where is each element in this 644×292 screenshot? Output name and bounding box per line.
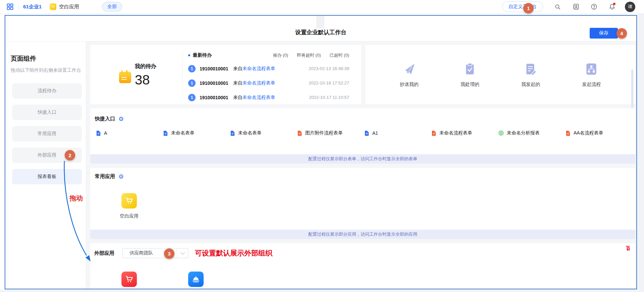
external-apps-card: 外部应用 供应商团队 3 可设置默认展示外部组织 xyxy=(90,243,635,289)
clipped-annotation-fragment: 可 xyxy=(626,244,630,253)
flow-entries-card: 抄送我的 我处理的 xyxy=(365,45,635,104)
external-app-tile-blue[interactable] xyxy=(188,272,204,287)
todo-count: 38 xyxy=(135,72,150,87)
user-avatar[interactable]: 谭 xyxy=(625,2,635,12)
sidebar-item-common-apps[interactable]: 常用应用 xyxy=(12,126,82,141)
apps-notice-bar: 配置过程仅展示部分应用，访问工作台时显示全部的应用 xyxy=(90,230,635,239)
item-source: 来自未命名流程表单 xyxy=(233,66,275,72)
form-doc-icon xyxy=(96,130,101,136)
top-bar: 61企业1 空白应用 全部 自定义工作台 1 谭 xyxy=(0,0,644,14)
drag-hint-label: 拖动 xyxy=(69,194,83,203)
company-name[interactable]: 61企业1 xyxy=(23,4,42,10)
tab-urge[interactable]: 催办 (0) xyxy=(273,52,288,58)
top-handle xyxy=(316,16,324,28)
common-apps-title: 常用应用 xyxy=(95,173,115,180)
annotation-badge-4: 4 xyxy=(616,28,627,39)
selected-org: 供应商团队 xyxy=(123,250,153,256)
entry-start-process[interactable]: 发起流程 xyxy=(582,62,601,87)
shortcut-form[interactable]: 未命名表单 xyxy=(230,130,297,136)
todo-calendar-icon xyxy=(119,72,131,83)
report-target-icon xyxy=(498,130,504,136)
external-org-select[interactable]: 供应商团队 3 xyxy=(122,248,188,258)
shortcut-form[interactable]: 未命名表单 xyxy=(163,130,230,136)
workbench-config-panel: 设置企业默认工作台 保存 4 页面组件 拖动以下组件到右侧来设置工作台 流程待办… xyxy=(5,15,637,289)
divider xyxy=(18,4,18,9)
process-doc-icon xyxy=(297,130,302,136)
annotation-badge-3: 3 xyxy=(164,248,174,259)
page-margin xyxy=(637,14,644,292)
entry-started-by-me[interactable]: 我发起的 xyxy=(521,62,540,87)
cart-icon xyxy=(125,196,133,205)
sidebar-item-quick-entry[interactable]: 快捷入口 xyxy=(12,105,82,120)
item-form-link[interactable]: 未命名流程表单 xyxy=(243,80,275,85)
apps-grid-icon[interactable] xyxy=(7,3,13,10)
page-title: 设置企业默认工作台 xyxy=(5,28,636,36)
sidebar-item-external-apps[interactable]: 外部应用 2 xyxy=(12,148,82,163)
process-doc-icon xyxy=(431,130,436,136)
gear-icon[interactable]: ⚙ xyxy=(118,174,124,180)
shortcut-label: 未命名流程表单 xyxy=(439,130,472,136)
save-button[interactable]: 保存 xyxy=(590,28,618,39)
shortcut-report[interactable]: 未命名分析报表 xyxy=(498,130,566,136)
chevron-down-icon xyxy=(177,248,188,258)
item-source: 来自未命名流程表单 xyxy=(233,80,275,86)
sidebar-item-process-todo[interactable]: 流程待办 xyxy=(12,83,82,99)
entry-cc-to-me[interactable]: 抄送我的 xyxy=(400,62,419,87)
shortcut-form[interactable]: A xyxy=(96,130,163,136)
gear-icon[interactable]: ⚙ xyxy=(118,116,124,122)
common-apps-card: 常用应用 ⚙ 空白应用 配置过程仅展示部分应用，访问工作台时显示全部的应用 xyxy=(90,168,635,239)
entry-label: 抄送我的 xyxy=(400,81,419,87)
shortcut-label: 图片附件流程表单 xyxy=(305,130,343,136)
todo-list-item[interactable]: 1 19100010001 来自未命名流程表单 2023-02-13 16:48… xyxy=(188,64,349,73)
workbench-preview: 我的待办 38 最新待办 催办 (0) 即将超时 (0) 已超时 (0) xyxy=(86,42,636,289)
item-time: 2023-02-13 16:48:39 xyxy=(309,66,349,71)
scrollbar-thumb[interactable] xyxy=(631,69,633,108)
sidebar-title: 页面组件 xyxy=(11,54,81,63)
item-time: 2022-10-17 11:10:57 xyxy=(309,95,349,100)
sidebar-item-label: 常用应用 xyxy=(38,131,56,137)
item-count-avatar: 1 xyxy=(188,79,196,87)
item-source-prefix: 来自 xyxy=(233,66,243,71)
tab-about-to-timeout[interactable]: 即将超时 (0) xyxy=(297,52,321,58)
form-doc-icon xyxy=(230,130,235,136)
item-form-link[interactable]: 未命名流程表单 xyxy=(243,95,275,100)
external-app-tile-red[interactable] xyxy=(121,272,137,287)
sidebar-item-report-board[interactable]: 报表看板 xyxy=(12,169,82,184)
bullet-dot xyxy=(188,54,190,56)
item-form-link[interactable]: 未命名流程表单 xyxy=(243,66,275,71)
customize-workbench-button[interactable]: 自定义工作台 1 xyxy=(502,1,543,12)
tab-timed-out[interactable]: 已超时 (0) xyxy=(330,52,350,58)
shortcut-process-form[interactable]: 未命名流程表单 xyxy=(431,130,498,136)
scope-pill-all[interactable]: 全部 xyxy=(102,2,122,11)
entry-handled-by-me[interactable]: 我处理的 xyxy=(461,62,479,87)
entry-label: 发起流程 xyxy=(582,81,601,87)
shortcut-label: AA名流程表单 xyxy=(574,130,603,136)
external-apps-title: 外部应用 xyxy=(94,250,114,256)
contacts-icon[interactable] xyxy=(572,3,579,10)
shortcut-process-form[interactable]: AA名流程表单 xyxy=(566,130,633,136)
panel-header: 设置企业默认工作台 保存 4 xyxy=(5,16,636,42)
food-cloche-icon xyxy=(192,275,200,284)
shortcut-label: A1 xyxy=(372,130,378,136)
shortcut-label: 未命名表单 xyxy=(238,130,262,136)
item-source-prefix: 来自 xyxy=(233,95,243,100)
annotation-badge-2: 2 xyxy=(65,150,75,161)
annotation-badge-1: 1 xyxy=(523,3,534,13)
sidebar-item-label: 报表看板 xyxy=(38,174,56,180)
item-time: 2022-10-18 17:52:27 xyxy=(309,80,349,85)
help-icon[interactable] xyxy=(590,3,597,10)
app-tile-label: 空白应用 xyxy=(112,213,146,219)
shortcut-form[interactable]: A1 xyxy=(364,130,431,136)
app-icon xyxy=(50,3,56,10)
todo-card: 我的待办 38 最新待办 催办 (0) 即将超时 (0) 已超时 (0) xyxy=(90,45,361,104)
app-tile-blank-app[interactable] xyxy=(121,193,137,209)
quick-entry-card: 快捷入口 ⚙ A 未命名表单 未命名表单 xyxy=(90,108,635,164)
shortcut-process-form[interactable]: 图片附件流程表单 xyxy=(297,130,364,136)
entry-label: 我发起的 xyxy=(521,81,540,87)
item-source-prefix: 来自 xyxy=(233,80,243,85)
app-name[interactable]: 空白应用 xyxy=(59,4,79,10)
search-icon[interactable] xyxy=(554,3,561,10)
todo-list-item[interactable]: 1 19100010001 来自未命名流程表单 2022-10-17 11:10… xyxy=(188,93,349,102)
todo-list-item[interactable]: 1 19100010001 来自未命名流程表单 2022-10-18 17:52… xyxy=(188,79,349,87)
notification-bell-icon[interactable] xyxy=(608,3,615,10)
